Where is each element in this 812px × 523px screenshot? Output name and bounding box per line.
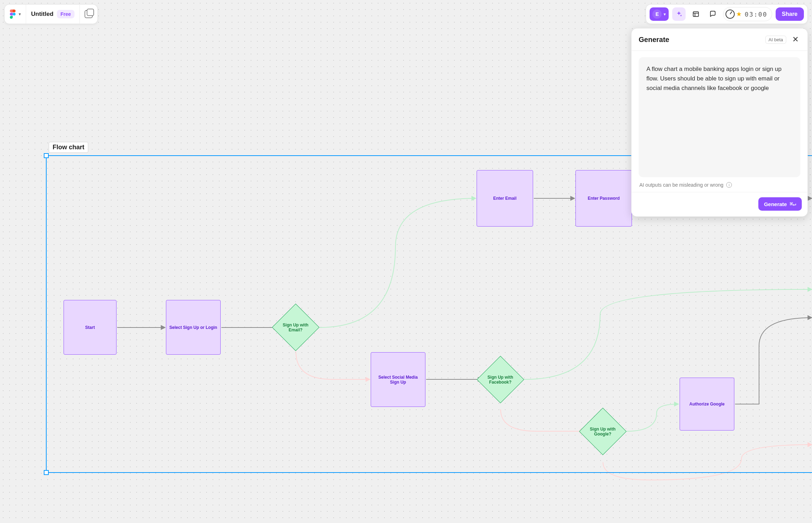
sparkle-icon	[675, 11, 682, 18]
file-title[interactable]: Untitled	[31, 11, 53, 18]
prompt-textarea[interactable]: A flow chart a mobile banking apps login…	[639, 57, 800, 177]
stopwatch-icon	[726, 10, 735, 19]
selection-handle-sw[interactable]	[44, 470, 49, 475]
pages-button[interactable]	[80, 5, 97, 24]
selection-handle-nw[interactable]	[44, 153, 49, 158]
svg-point-0	[13, 13, 16, 16]
main-menu-button[interactable]: ▾	[5, 5, 26, 24]
generate-shortcut: ⌘↵	[790, 201, 796, 207]
timer-chip[interactable]: ★ 03:00	[723, 7, 772, 21]
generate-panel: Generate AI beta ✕ A flow chart a mobile…	[631, 28, 808, 217]
timer-value: 03:00	[745, 11, 767, 18]
top-right-toolbar: E ▾ ★ 03:00 Share	[646, 4, 808, 24]
ai-sparkle-button[interactable]	[672, 7, 686, 21]
comment-button[interactable]	[706, 7, 720, 21]
node-enter_email[interactable]: Enter Email	[477, 170, 533, 227]
share-button[interactable]: Share	[776, 7, 804, 21]
top-left-toolbar: ▾ Untitled Free	[4, 4, 98, 24]
layout-button[interactable]	[689, 7, 703, 21]
user-avatar: E	[652, 10, 662, 19]
chat-bubble-icon	[709, 11, 716, 18]
plan-badge[interactable]: Free	[57, 10, 74, 18]
chevron-down-icon: ▾	[19, 12, 21, 17]
node-select_social[interactable]: Select Social Media Sign Up	[371, 352, 425, 407]
node-label: Sign Up with Google?	[589, 427, 616, 437]
frame-title[interactable]: Flow chart	[49, 142, 88, 153]
user-menu-button[interactable]: E ▾	[650, 7, 669, 21]
pages-icon	[85, 10, 92, 18]
close-icon[interactable]: ✕	[790, 35, 800, 44]
star-icon: ★	[736, 10, 742, 18]
layout-icon	[692, 11, 699, 18]
figma-logo-icon	[10, 10, 16, 19]
chevron-down-icon: ▾	[664, 12, 666, 17]
generate-button[interactable]: Generate ⌘↵	[758, 197, 802, 211]
generate-button-label: Generate	[764, 201, 787, 207]
node-label: Sign Up with Facebook?	[487, 375, 514, 385]
node-enter_password[interactable]: Enter Password	[575, 170, 632, 227]
info-icon[interactable]: i	[726, 182, 732, 188]
node-start[interactable]: Start	[64, 300, 117, 355]
node-label: Sign Up with Email?	[282, 323, 309, 332]
panel-title: Generate	[639, 36, 669, 44]
ai-disclaimer: AI outputs can be misleading or wrong	[639, 182, 723, 188]
svg-rect-1	[693, 12, 699, 16]
ai-beta-badge: AI beta	[765, 36, 786, 44]
node-select_login[interactable]: Select Sign Up or Login	[166, 300, 221, 355]
node-authorize_google[interactable]: Authorize Google	[680, 378, 734, 431]
